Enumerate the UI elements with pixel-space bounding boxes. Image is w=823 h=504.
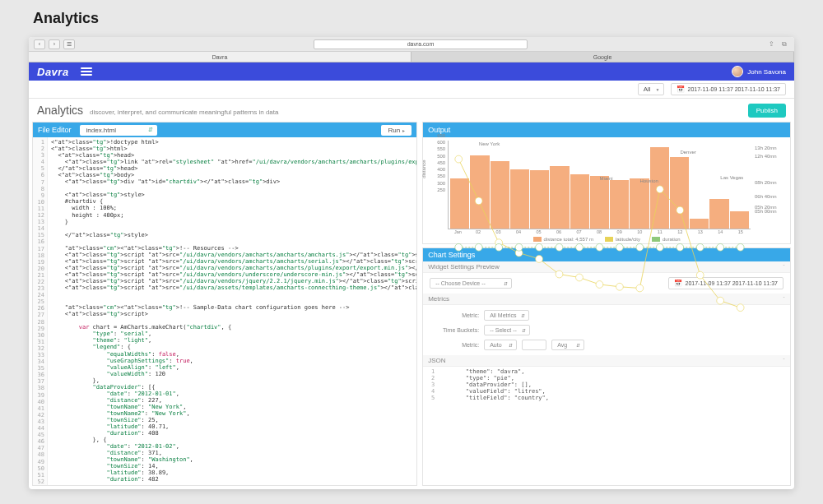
- svg-point-20: [556, 243, 563, 251]
- chart-annotation: New York: [479, 141, 500, 146]
- file-select[interactable]: index.html: [80, 125, 157, 136]
- browser-toolbar: ‹ › ☰ davra.com ⇪ ⧉: [29, 37, 794, 52]
- filter-bar: All 📅 2017-11-09 11:37 2017-11-10 11:37: [29, 81, 794, 99]
- svg-point-26: [677, 243, 684, 251]
- scope-select[interactable]: All: [638, 83, 664, 95]
- url-bar[interactable]: davra.com: [314, 39, 528, 49]
- svg-point-17: [495, 243, 503, 251]
- browser-window: ‹ › ☰ davra.com ⇪ ⧉ Davra Google Davra J…: [29, 37, 794, 489]
- svg-point-28: [717, 243, 724, 251]
- chart-annotation: Miami: [600, 176, 613, 181]
- agg-select[interactable]: Avg: [551, 340, 584, 350]
- page-heading: Analytics: [0, 0, 823, 37]
- svg-point-24: [636, 243, 644, 251]
- file-editor-header: File Editor index.html Run: [33, 123, 416, 137]
- tabs-button[interactable]: ⧉: [779, 39, 789, 49]
- svg-point-21: [576, 243, 584, 251]
- chart-annotation: Las Vegas: [720, 175, 743, 180]
- svg-point-29: [737, 243, 744, 251]
- svg-point-22: [596, 243, 603, 251]
- browser-tab-davra[interactable]: Davra: [29, 52, 412, 62]
- date-range-value: 2017-11-09 11:37 2017-11-10 11:37: [688, 86, 780, 92]
- device-select[interactable]: -- Choose Device --: [430, 278, 512, 289]
- svg-point-16: [475, 243, 482, 251]
- metric2-select[interactable]: Auto: [484, 340, 517, 350]
- svg-point-27: [696, 243, 704, 251]
- output-header: Output: [423, 123, 790, 137]
- svg-point-7: [596, 281, 603, 289]
- svg-point-11: [677, 206, 684, 214]
- browser-tab-google[interactable]: Google: [412, 52, 794, 62]
- svg-point-18: [515, 243, 523, 251]
- chart-annotation: Denver: [680, 150, 695, 155]
- svg-point-14: [737, 304, 744, 312]
- file-editor-label: File Editor: [38, 126, 72, 134]
- run-button[interactable]: Run: [381, 125, 412, 136]
- chart-area: distance 250300350400450500550600650 13h…: [423, 137, 790, 243]
- svg-point-5: [556, 270, 563, 278]
- browser-tabs: Davra Google: [29, 52, 794, 62]
- svg-point-13: [717, 297, 724, 304]
- username: John Savona: [747, 68, 786, 76]
- app-logo: Davra: [37, 66, 69, 78]
- menu-icon[interactable]: [81, 67, 92, 76]
- y-axis-title: distance: [422, 160, 426, 178]
- share-button[interactable]: ⇪: [766, 39, 776, 49]
- calendar-icon: 📅: [677, 86, 685, 93]
- svg-point-9: [636, 284, 644, 292]
- chevron-up-icon: ˄: [783, 296, 785, 302]
- date-range-picker[interactable]: 📅 2017-11-09 11:37 2017-11-10 11:37: [671, 83, 786, 95]
- sidebar-button[interactable]: ☰: [63, 39, 75, 49]
- svg-point-6: [576, 274, 584, 281]
- svg-point-15: [455, 243, 463, 251]
- output-panel: Output distance 250300350400450500550600…: [422, 122, 791, 244]
- time-buckets-select[interactable]: -- Select --: [484, 325, 530, 335]
- avatar: [732, 66, 743, 77]
- chart-annotation: Houston: [639, 178, 658, 183]
- forward-button[interactable]: ›: [49, 39, 60, 49]
- publish-button[interactable]: Publish: [748, 104, 786, 118]
- metric-select[interactable]: All Metrics: [484, 310, 529, 321]
- svg-point-8: [616, 283, 624, 290]
- svg-point-25: [657, 243, 664, 251]
- back-button[interactable]: ‹: [34, 39, 45, 49]
- page-subtitle: discover, interpret, and communicate mea…: [90, 109, 278, 116]
- svg-point-12: [696, 271, 704, 279]
- page-title: Analytics: [37, 104, 83, 117]
- svg-point-10: [657, 186, 664, 193]
- svg-point-0: [455, 155, 463, 163]
- user-menu[interactable]: John Savona: [732, 66, 786, 77]
- title-row: Analytics discover, interpret, and commu…: [29, 99, 794, 122]
- chevron-up-icon: ˄: [783, 358, 785, 363]
- svg-point-19: [536, 243, 543, 251]
- svg-point-4: [536, 256, 543, 263]
- file-editor-panel: File Editor index.html Run 1234567891011…: [32, 122, 417, 486]
- code-editor[interactable]: 1234567891011121314151617181920212223242…: [33, 137, 416, 485]
- svg-point-1: [475, 197, 482, 205]
- app-topbar: Davra John Savona: [29, 62, 794, 81]
- svg-point-23: [616, 243, 624, 251]
- chevron-up-icon: ˄: [783, 264, 785, 270]
